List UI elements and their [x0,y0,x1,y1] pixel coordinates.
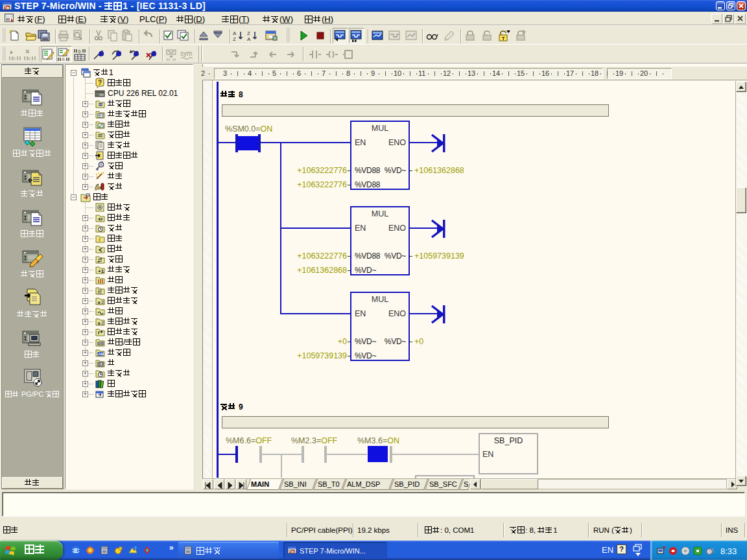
svg-text:Z: Z [247,30,250,36]
svg-text:?: ? [98,79,102,86]
svg-text:±: ± [98,320,101,326]
svg-text:+1: +1 [98,268,104,274]
svg-text:A: A [247,36,251,42]
svg-text:01: 01 [98,291,102,295]
svg-text:Z: Z [233,36,236,42]
svg-text:AB: AB [99,352,104,356]
svg-text:0: 0 [13,56,16,61]
svg-text:±: ± [98,299,101,305]
svg-text:0: 0 [62,58,65,62]
svg-text:2: 2 [101,299,104,305]
svg-text:0: 0 [28,56,30,61]
svg-text:A: A [233,30,237,36]
svg-text:sym: sym [180,50,192,57]
svg-text:2: 2 [101,320,104,326]
svg-text:0: 0 [78,49,81,54]
svg-text:e: e [74,547,77,554]
svg-text:T: T [502,36,505,41]
